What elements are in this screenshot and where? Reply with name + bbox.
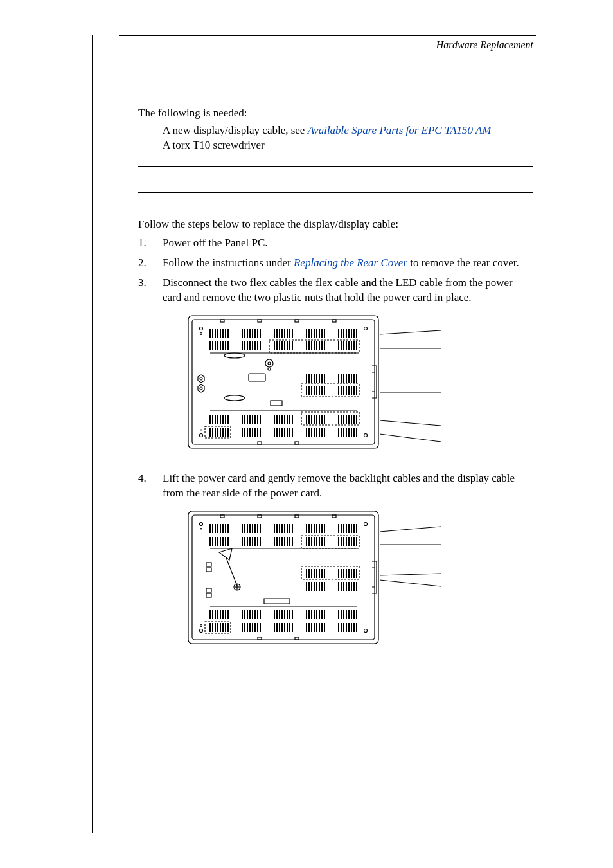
svg-point-7	[200, 429, 202, 431]
content: The following is needed: A new display/d…	[119, 53, 536, 649]
svg-point-6	[200, 332, 202, 334]
svg-rect-441	[206, 588, 211, 592]
svg-line-226	[380, 420, 441, 426]
svg-marker-216	[198, 384, 204, 392]
svg-rect-13	[295, 442, 299, 444]
svg-line-446	[380, 527, 441, 532]
svg-point-5	[364, 433, 368, 437]
svg-marker-214	[198, 375, 204, 383]
step-2-suffix: to remove the rear cover.	[407, 257, 519, 269]
svg-rect-239	[332, 515, 336, 518]
page-header: Hardware Replacement	[119, 35, 536, 53]
figure-1	[187, 314, 533, 454]
svg-rect-213	[271, 401, 282, 406]
svg-line-227	[380, 434, 441, 442]
svg-point-234	[200, 529, 202, 530]
svg-rect-237	[258, 515, 262, 518]
instructions-lead: Follow the steps below to replace the di…	[138, 217, 533, 232]
svg-point-2	[200, 327, 203, 330]
svg-rect-443	[301, 536, 359, 548]
needed-list: A new display/display cable, see Availab…	[163, 123, 533, 153]
pcb-diagram-2	[187, 510, 380, 649]
step-1-text: Power off the Panel PC.	[163, 237, 268, 249]
svg-point-4	[200, 433, 203, 437]
needed-lead: The following is needed:	[138, 106, 533, 121]
svg-point-211	[268, 362, 271, 365]
needed-item-2: A torx T10 screwdriver	[163, 138, 533, 153]
svg-point-233	[364, 629, 368, 633]
needed-item-1: A new display/display cable, see Availab…	[163, 123, 533, 138]
svg-point-230	[200, 523, 203, 526]
svg-rect-8	[220, 320, 224, 322]
spare-parts-link[interactable]: Available Spare Parts for EPC TA150 AM	[308, 124, 492, 136]
svg-rect-11	[332, 320, 336, 322]
svg-rect-439	[206, 563, 211, 566]
step-1: Power off the Panel PC.	[138, 236, 533, 251]
svg-point-215	[200, 377, 202, 380]
step-4: Lift the power card and gently remove th…	[138, 471, 533, 649]
svg-point-3	[364, 327, 368, 330]
svg-rect-1	[192, 320, 375, 444]
rule-vertical-inner	[114, 35, 114, 833]
step-2: Follow the instructions under Replacing …	[138, 256, 533, 271]
rule-vertical-outer	[92, 35, 93, 833]
svg-point-231	[364, 523, 368, 526]
svg-point-235	[200, 625, 202, 627]
svg-rect-209	[249, 374, 265, 381]
svg-rect-236	[220, 515, 224, 518]
callout-lines-1	[380, 316, 444, 451]
svg-rect-238	[295, 515, 299, 518]
svg-point-210	[265, 359, 273, 367]
svg-rect-241	[295, 637, 299, 640]
svg-point-212	[268, 368, 271, 370]
rule-bottom	[138, 192, 533, 193]
svg-rect-444	[301, 566, 359, 579]
svg-point-218	[224, 395, 245, 401]
svg-point-232	[200, 629, 203, 633]
rule-pair	[138, 166, 533, 193]
svg-line-448	[380, 574, 441, 575]
callout-lines-2	[380, 512, 444, 647]
svg-rect-221	[301, 412, 359, 425]
svg-rect-0	[188, 316, 378, 448]
needed-prefix: A new display/display cable, see	[163, 124, 308, 136]
rear-cover-link[interactable]: Replacing the Rear Cover	[294, 257, 407, 269]
figure-2	[187, 510, 533, 649]
svg-line-449	[380, 580, 441, 586]
svg-rect-229	[192, 515, 375, 640]
svg-point-217	[200, 387, 202, 390]
svg-rect-228	[188, 511, 378, 644]
step-4-text: Lift the power card and gently remove th…	[163, 472, 515, 499]
step-3: Disconnect the two flex cables the flex …	[138, 276, 533, 454]
header-title: Hardware Replacement	[436, 39, 533, 50]
svg-rect-442	[206, 593, 211, 597]
svg-rect-12	[258, 442, 262, 444]
svg-rect-240	[258, 637, 262, 640]
instructions: Follow the steps below to replace the di…	[138, 217, 533, 649]
page: Hardware Replacement The following is ne…	[0, 0, 613, 868]
svg-line-223	[380, 330, 441, 334]
svg-rect-440	[206, 568, 211, 572]
svg-rect-220	[301, 384, 359, 397]
step-3-text: Disconnect the two flex cables the flex …	[163, 276, 513, 303]
steps-list: Power off the Panel PC. Follow the instr…	[138, 236, 533, 650]
svg-rect-9	[258, 320, 262, 322]
pcb-diagram-1	[187, 314, 380, 454]
svg-rect-10	[295, 320, 299, 322]
svg-point-208	[224, 353, 245, 358]
step-2-prefix: Follow the instructions under	[163, 257, 294, 269]
